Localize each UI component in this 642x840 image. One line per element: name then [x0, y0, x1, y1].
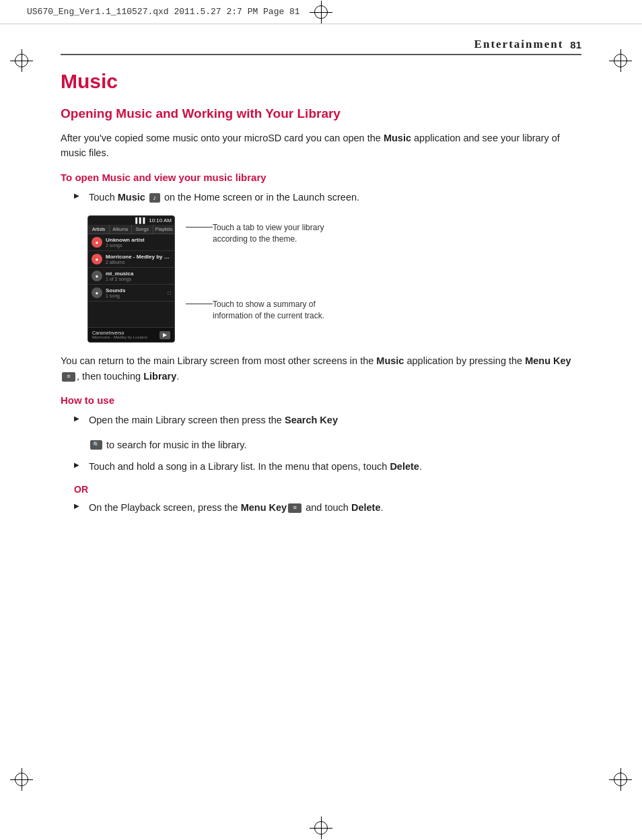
phone-list-text-1: Unknown artist 2 songs [106, 237, 171, 248]
annotation-area: Touch a tab to view your library accordi… [186, 215, 581, 328]
how-bullet3-suffix: . [380, 502, 383, 513]
phone-list-sub-3: 1 of 2 songs [106, 277, 171, 281]
phone-list-item-right-4: □ [168, 290, 171, 296]
return-bold1: Music [376, 355, 404, 366]
phone-tab-artists: Artists [88, 225, 110, 234]
how-bullet2-bold: Delete [390, 461, 419, 472]
menu-key-icon [62, 372, 75, 382]
phone-bottom-track-info: CanoneInverso Morricone - Medley by Luci… [92, 330, 147, 339]
reg-mark-tr [614, 54, 627, 67]
bullet1-bold: Music [118, 192, 145, 203]
phone-tab-albums: Albums [110, 225, 131, 234]
how-bullet-2: Touch and hold a song in a Library list.… [74, 459, 581, 474]
how-bullet1-prefix: Open the main Library screen then press … [89, 415, 285, 425]
music-icon: ♪ [149, 193, 160, 203]
phone-list-name-4: Sounds [106, 287, 168, 293]
annotation-text-bottom: Touch to show a summary of information o… [213, 299, 347, 322]
reg-mark-tl [15, 54, 28, 67]
phone-bottom-bar: CanoneInverso Morricone - Medley by Luci… [88, 327, 174, 342]
phone-bottom-track-artist: Morricone - Medley by Luciano [92, 335, 147, 339]
search-key-indent: to search for music in the library. [89, 438, 581, 452]
how-bullet1-suffix: to search for music in the library. [106, 438, 246, 452]
phone-bottom-track-name: CanoneInverso [92, 330, 147, 335]
return-text2: application by pressing the [404, 355, 525, 366]
phone-list-text-4: Sounds 1 song [106, 287, 168, 298]
open-library-heading: To open Music and view your music librar… [61, 172, 581, 183]
bullet-item-1: Touch Music ♪ on the Home screen or in t… [74, 190, 581, 205]
menu-key-icon-2 [288, 503, 301, 513]
phone-list-sub-1: 2 songs [106, 243, 171, 248]
how-bullet-1: Open the main Library screen then press … [74, 413, 581, 427]
header-text: US670_Eng_Ver1.1_110527.qxd 2011.5.27 2:… [27, 7, 300, 17]
phone-list-text-2: Morricone - Medley by Luciano 2 albums [106, 254, 171, 265]
intro-text: After you've copied some music onto your… [61, 133, 384, 143]
phone-list-item-3: ● mi_musica 1 of 2 songs [88, 268, 174, 285]
sub-heading: Opening Music and Working with Your Libr… [61, 106, 581, 121]
intro-bold: Music [384, 133, 411, 143]
how-bullet2-suffix: . [419, 461, 422, 472]
phone-screenshot-container: ▌▌▌ 10:10 AM Artists Albums Songs Playli… [87, 215, 581, 343]
phone-list-icon-2: ● [92, 254, 102, 265]
header-bar: US670_Eng_Ver1.1_110527.qxd 2011.5.27 2:… [0, 0, 642, 24]
phone-list-name-2: Morricone - Medley by Luciano [106, 254, 171, 260]
phone-tab-playlists: Playlists [153, 225, 174, 234]
bullet1-prefix: Touch [89, 192, 118, 203]
phone-empty-space [88, 302, 174, 327]
phone-tab-songs: Songs [132, 225, 153, 234]
phone-time: 10:10 AM [149, 217, 172, 223]
how-to-use-heading: How to use [61, 394, 581, 406]
bullet-list-open: Touch Music ♪ on the Home screen or in t… [74, 190, 581, 205]
how-to-use-list: Open the main Library screen then press … [74, 413, 581, 427]
return-paragraph: You can return to the main Library scree… [61, 353, 581, 384]
reg-mark-bm [314, 821, 328, 835]
phone-list-name-3: mi_musica [106, 271, 171, 277]
phone-list-icon-3: ● [92, 271, 102, 281]
how-bullet3-prefix: On the Playback screen, press the [89, 502, 241, 513]
annotation-line-bottom [186, 304, 213, 304]
how-bullet3-bold2: Delete [351, 502, 381, 513]
return-text4: . [176, 371, 179, 382]
phone-tabs: Artists Albums Songs Playlists [88, 225, 174, 234]
phone-signal-icons: ▌▌▌ [135, 217, 147, 223]
return-bold3: Library [143, 371, 176, 382]
annotation-bottom: Touch to show a summary of information o… [186, 299, 581, 322]
phone-list-icon-1: ● [92, 237, 102, 248]
phone-list-name-1: Unknown artist [106, 237, 171, 243]
how-bullet2-prefix: Touch and hold a song in a Library list.… [89, 461, 390, 472]
section-header: Entertainment 81 [61, 38, 581, 55]
phone-screen: ▌▌▌ 10:10 AM Artists Albums Songs Playli… [87, 215, 175, 343]
main-title: Music [61, 70, 581, 93]
annotation-top: Touch a tab to view your library accordi… [186, 222, 581, 245]
phone-list-text-3: mi_musica 1 of 2 songs [106, 271, 171, 281]
page-number: 81 [570, 39, 581, 50]
intro-paragraph: After you've copied some music onto your… [61, 131, 581, 161]
search-key-icon [90, 440, 102, 450]
return-bold2: Menu Key [525, 355, 571, 366]
phone-list-sub-4: 1 song [106, 293, 168, 298]
how-bullet3-middle: and touch [303, 502, 351, 513]
how-to-use-list-3: On the Playback screen, press the Menu K… [74, 500, 581, 515]
annotation-line-top [186, 227, 213, 228]
phone-bottom-icon: ▶ [159, 331, 170, 339]
phone-list-item-4: ● Sounds 1 song □ [88, 285, 174, 302]
phone-list-sub-2: 2 albums [106, 260, 171, 265]
phone-list-icon-4: ● [92, 287, 102, 298]
section-title: Entertainment [474, 38, 564, 51]
how-bullet-3: On the Playback screen, press the Menu K… [74, 500, 581, 515]
phone-status-bar: ▌▌▌ 10:10 AM [88, 216, 174, 225]
how-bullet1-bold: Search Key [285, 415, 338, 425]
or-separator: OR [74, 484, 581, 495]
return-text3: , then touching [77, 371, 143, 382]
return-text1: You can return to the main Library scree… [61, 355, 376, 366]
how-bullet3-bold1: Menu Key [241, 502, 287, 513]
reg-mark-br [614, 773, 627, 786]
phone-list-item-2: ● Morricone - Medley by Luciano 2 albums [88, 251, 174, 268]
annotation-text-top: Touch a tab to view your library accordi… [213, 222, 347, 245]
page-content: Entertainment 81 Music Opening Music and… [40, 24, 602, 816]
bullet1-suffix: on the Home screen or in the Launch scre… [164, 192, 359, 203]
how-to-use-list-2: Touch and hold a song in a Library list.… [74, 459, 581, 474]
phone-list-item-1: ● Unknown artist 2 songs [88, 234, 174, 251]
reg-mark-bl [15, 773, 28, 786]
